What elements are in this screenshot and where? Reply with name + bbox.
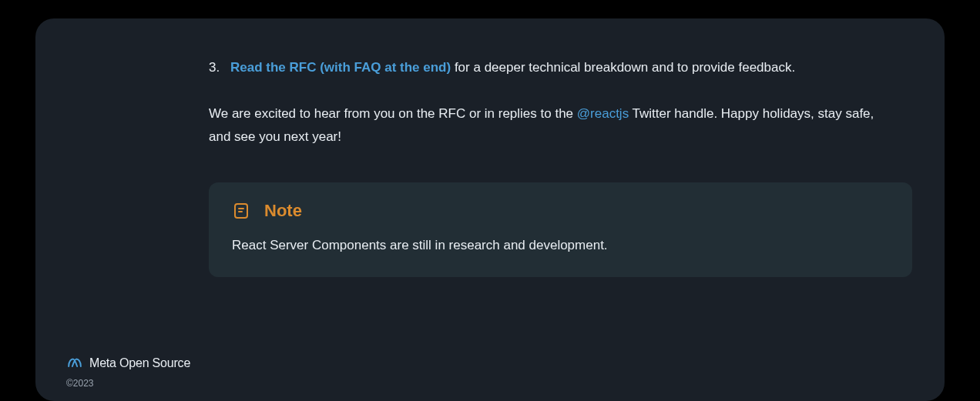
copyright: ©2023	[66, 378, 190, 389]
note-icon	[232, 202, 250, 220]
rfc-link[interactable]: Read the RFC (with FAQ at the end)	[230, 60, 451, 75]
list-number: 3.	[209, 57, 224, 78]
list-tail-text: for a deeper technical breakdown and to …	[451, 60, 795, 75]
closing-paragraph: We are excited to hear from you on the R…	[209, 102, 883, 149]
footer: Meta Open Source ©2023	[66, 356, 190, 389]
meta-logo-icon	[66, 358, 83, 369]
page-container: 3. Read the RFC (with FAQ at the end) fo…	[35, 18, 945, 401]
brand-text: Meta Open Source	[89, 356, 190, 370]
footer-brand: Meta Open Source	[66, 356, 190, 370]
ordered-list-item: 3. Read the RFC (with FAQ at the end) fo…	[209, 57, 914, 78]
twitter-handle-link[interactable]: @reactjs	[577, 106, 629, 121]
note-header: Note	[232, 201, 889, 221]
note-callout: Note React Server Components are still i…	[209, 182, 912, 277]
note-title: Note	[264, 201, 302, 221]
list-item-content: Read the RFC (with FAQ at the end) for a…	[230, 57, 795, 78]
paragraph-before: We are excited to hear from you on the R…	[209, 106, 577, 121]
note-body: React Server Components are still in res…	[232, 235, 889, 256]
content-area: 3. Read the RFC (with FAQ at the end) fo…	[35, 57, 945, 277]
